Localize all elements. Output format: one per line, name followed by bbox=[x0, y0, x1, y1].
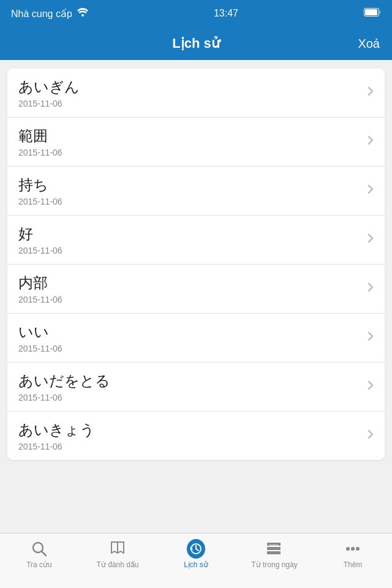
svg-rect-9 bbox=[269, 545, 279, 546]
list-item-date: 2015-11-06 bbox=[18, 344, 363, 353]
nav-title: Lịch sử bbox=[49, 36, 343, 51]
list-item-word: あいぎん bbox=[18, 77, 363, 97]
status-time: 13:47 bbox=[214, 8, 238, 19]
list-item-content: 好 2015-11-06 bbox=[18, 224, 363, 255]
svg-point-11 bbox=[351, 547, 355, 551]
list-item-content: いい 2015-11-06 bbox=[18, 322, 363, 353]
svg-point-0 bbox=[81, 14, 84, 17]
tab-daily-label: Từ trong ngày bbox=[251, 560, 297, 569]
status-left: Nhà cung cấp bbox=[11, 8, 88, 20]
list-item-word: 範囲 bbox=[18, 126, 363, 146]
chevron-right-icon bbox=[368, 184, 374, 197]
more-icon bbox=[344, 540, 362, 558]
chevron-right-icon bbox=[368, 86, 374, 99]
list-item[interactable]: あいだをとる 2015-11-06 bbox=[7, 363, 385, 412]
list-item[interactable]: 内部 2015-11-06 bbox=[7, 265, 385, 314]
list-item-word: 持ち bbox=[18, 175, 363, 195]
tab-bar: Tra cứu Từ đánh dấu Lịch sử bbox=[0, 533, 392, 588]
chevron-right-icon bbox=[368, 135, 374, 148]
book-icon bbox=[108, 540, 127, 558]
tab-search[interactable]: Tra cứu bbox=[0, 538, 78, 569]
list-item[interactable]: 好 2015-11-06 bbox=[7, 216, 385, 265]
tab-more-label: Thêm bbox=[344, 560, 363, 569]
list-item-content: 持ち 2015-11-06 bbox=[18, 175, 363, 206]
wifi-icon bbox=[77, 8, 88, 19]
list-item-content: あいぎん 2015-11-06 bbox=[18, 77, 363, 108]
carrier-label: Nhà cung cấp bbox=[11, 8, 72, 20]
list-item-date: 2015-11-06 bbox=[18, 295, 363, 304]
list-item[interactable]: 範囲 2015-11-06 bbox=[7, 118, 385, 167]
tab-more[interactable]: Thêm bbox=[314, 538, 392, 569]
svg-rect-7 bbox=[267, 547, 281, 550]
list-item-word: 内部 bbox=[18, 273, 363, 293]
list-item-content: 内部 2015-11-06 bbox=[18, 273, 363, 304]
list-item[interactable]: あいぎん 2015-11-06 bbox=[7, 69, 385, 118]
nav-bar: Lịch sử Xoá bbox=[0, 27, 392, 60]
list-item-word: 好 bbox=[18, 224, 363, 244]
list-item-date: 2015-11-06 bbox=[18, 148, 363, 157]
svg-rect-8 bbox=[267, 551, 281, 554]
chevron-right-icon bbox=[368, 331, 374, 344]
tab-bookmarks-label: Từ đánh dấu bbox=[96, 560, 138, 569]
status-right bbox=[364, 8, 381, 19]
tab-search-label: Tra cứu bbox=[26, 560, 52, 569]
tab-daily[interactable]: Từ trong ngày bbox=[235, 538, 314, 569]
list-item-date: 2015-11-06 bbox=[18, 197, 363, 206]
svg-point-10 bbox=[346, 547, 350, 551]
search-icon bbox=[30, 540, 48, 558]
daily-icon bbox=[265, 540, 284, 558]
chevron-right-icon bbox=[368, 380, 374, 393]
clear-button[interactable]: Xoá bbox=[343, 37, 380, 51]
list-item-content: あいきょう 2015-11-06 bbox=[18, 420, 363, 451]
history-icon bbox=[187, 540, 205, 558]
list-item[interactable]: あいきょう 2015-11-06 bbox=[7, 412, 385, 460]
list-item-content: 範囲 2015-11-06 bbox=[18, 126, 363, 157]
svg-rect-2 bbox=[365, 9, 377, 15]
list-item-date: 2015-11-06 bbox=[18, 393, 363, 402]
tab-history[interactable]: Lịch sử bbox=[157, 538, 235, 569]
list-item-word: あいだをとる bbox=[18, 371, 363, 391]
svg-point-12 bbox=[356, 547, 360, 551]
tab-history-label: Lịch sử bbox=[184, 560, 208, 569]
list-item-word: あいきょう bbox=[18, 420, 363, 440]
chevron-right-icon bbox=[368, 429, 374, 442]
battery-icon bbox=[364, 8, 381, 19]
tab-bookmarks[interactable]: Từ đánh dấu bbox=[78, 538, 157, 569]
list-item-content: あいだをとる 2015-11-06 bbox=[18, 371, 363, 402]
list-item-date: 2015-11-06 bbox=[18, 442, 363, 451]
history-list: あいぎん 2015-11-06 範囲 2015-11-06 持ち 201 bbox=[7, 69, 385, 460]
svg-line-4 bbox=[42, 551, 46, 556]
list-item[interactable]: 持ち 2015-11-06 bbox=[7, 167, 385, 216]
list-item-date: 2015-11-06 bbox=[18, 99, 363, 108]
status-bar: Nhà cung cấp 13:47 bbox=[0, 0, 392, 27]
chevron-right-icon bbox=[368, 282, 374, 295]
list-item[interactable]: いい 2015-11-06 bbox=[7, 314, 385, 363]
list-item-date: 2015-11-06 bbox=[18, 246, 363, 255]
list-item-word: いい bbox=[18, 322, 363, 342]
chevron-right-icon bbox=[368, 233, 374, 246]
